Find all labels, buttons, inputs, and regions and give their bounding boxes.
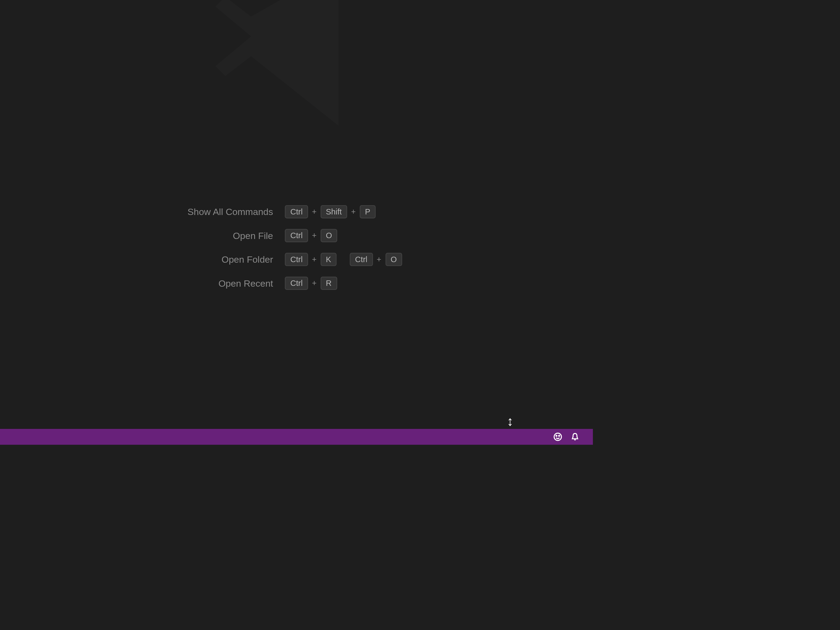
keyboard-key: K: [321, 253, 336, 266]
keyboard-key: Shift: [321, 205, 347, 219]
keyboard-key: P: [360, 205, 376, 219]
shortcut-keys: Ctrl+R: [285, 277, 402, 290]
vscode-watermark-icon: [196, 0, 394, 148]
status-bell-icon[interactable]: [570, 432, 579, 441]
shortcut-label: Open Recent: [188, 278, 273, 288]
shortcut-keys: Ctrl+KCtrl+O: [285, 253, 402, 266]
shortcut-keys: Ctrl+O: [285, 229, 402, 242]
resize-cursor-icon: ↕: [507, 414, 513, 429]
svg-point-27: [554, 433, 562, 441]
keyboard-key: R: [321, 277, 337, 290]
shortcut-label: Open Folder: [188, 254, 273, 265]
shortcut-label: Open File: [188, 230, 273, 241]
keyboard-key: O: [321, 229, 337, 242]
keyboard-key: Ctrl: [285, 277, 308, 290]
keyboard-key: O: [385, 253, 402, 266]
svg-point-29: [559, 435, 559, 436]
editor-area: Show All CommandsCtrl+Shift+POpen FileCt…: [0, 0, 593, 429]
shortcut-label: Show All Commands: [188, 206, 273, 217]
keyboard-key: Ctrl: [285, 205, 308, 219]
keyboard-key: Ctrl: [285, 229, 308, 242]
svg-point-28: [556, 435, 557, 436]
keyboard-key: Ctrl: [285, 253, 308, 266]
status-feedback-icon[interactable]: [553, 432, 562, 441]
welcome-shortcuts: Show All CommandsCtrl+Shift+POpen FileCt…: [188, 205, 402, 290]
status-bar: 0 0: [0, 429, 593, 445]
keyboard-key: Ctrl: [350, 253, 373, 266]
shortcut-keys: Ctrl+Shift+P: [285, 205, 402, 219]
